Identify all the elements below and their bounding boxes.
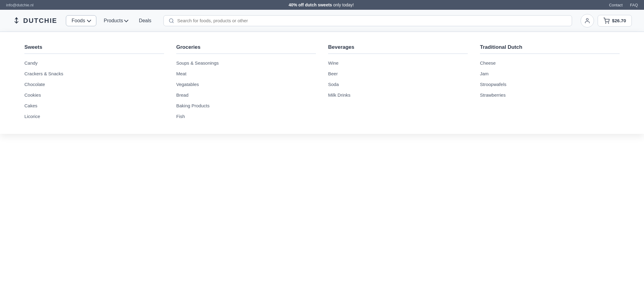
logo[interactable]: DUTCHIE [12, 16, 57, 25]
list-item[interactable]: Beer [328, 68, 468, 79]
search-icon [169, 18, 174, 23]
dropdown-col-groceries: Groceries Soups & Seasonings Meat Vegata… [176, 44, 316, 99]
promo-text: 40% off dutch sweets [289, 2, 332, 7]
groceries-list: Soups & Seasonings Meat Vegatables Bread… [176, 58, 316, 99]
dropdown-grid: Sweets Candy Crackers & Snacks Chocolate… [24, 44, 620, 99]
list-item[interactable]: Wine [328, 58, 468, 68]
groceries-heading: Groceries [176, 44, 316, 54]
list-item[interactable]: Meat [176, 68, 316, 79]
list-item[interactable]: Crackers & Snacks [24, 68, 164, 79]
list-item[interactable]: Soda [328, 79, 468, 90]
cart-button[interactable]: $26.70 [598, 15, 632, 27]
promo-banner: 40% off dutch sweets only today! [34, 2, 609, 7]
logo-icon [12, 16, 21, 25]
list-item[interactable]: Candy [24, 58, 164, 68]
traditional-list: Cheese Jam Stroopwafels Strawberries [480, 58, 620, 99]
sweets-heading: Sweets [24, 44, 164, 54]
user-icon [584, 18, 590, 24]
products-menu-button[interactable]: Products [100, 16, 131, 26]
header-actions: $26.70 [581, 14, 632, 27]
dropdown-col-traditional: Traditional Dutch Cheese Jam Stroopwafel… [480, 44, 620, 99]
sweets-list: Candy Crackers & Snacks Chocolate Cookie… [24, 58, 164, 99]
traditional-heading: Traditional Dutch [480, 44, 620, 54]
header: DUTCHIE Foods Products Deals $26.70 [0, 10, 644, 32]
beverages-list: Wine Beer Soda Milk Drinks [328, 58, 468, 99]
list-item[interactable]: Cookies [24, 90, 164, 99]
list-item[interactable]: Jam [480, 68, 620, 79]
cart-amount: $26.70 [612, 18, 626, 23]
list-item[interactable]: Soups & Seasonings [176, 58, 316, 68]
banner-links: Contact FAQ [609, 3, 638, 7]
account-button[interactable] [581, 14, 594, 27]
contact-link[interactable]: Contact [609, 3, 623, 7]
deals-label: Deals [139, 18, 151, 23]
logo-text: DUTCHIE [23, 17, 57, 25]
svg-line-2 [173, 22, 174, 23]
faq-link[interactable]: FAQ [630, 3, 638, 7]
list-item[interactable]: Vegatables [176, 79, 316, 90]
foods-label: Foods [72, 18, 85, 23]
list-item[interactable]: Cheese [480, 58, 620, 68]
dropdown-col-sweets: Sweets Candy Crackers & Snacks Chocolate… [24, 44, 164, 99]
list-item[interactable]: Strawberries [480, 90, 620, 99]
dropdown-col-beverages: Beverages Wine Beer Soda Milk Drinks [328, 44, 468, 99]
list-item[interactable]: Stroopwafels [480, 79, 620, 90]
products-label: Products [104, 18, 123, 23]
cart-icon [603, 18, 610, 24]
search-bar [163, 15, 572, 26]
list-item[interactable]: Bread [176, 90, 316, 99]
svg-point-3 [586, 18, 589, 20]
list-item[interactable]: Chocolate [24, 79, 164, 90]
top-banner: info@dutchie.nl 40% off dutch sweets onl… [0, 0, 644, 10]
list-item[interactable]: Milk Drinks [328, 90, 468, 99]
deals-nav-button[interactable]: Deals [135, 16, 155, 26]
foods-chevron-icon [87, 18, 91, 22]
svg-point-4 [606, 23, 606, 23]
svg-point-5 [608, 23, 609, 23]
search-input[interactable] [177, 18, 567, 23]
contact-email: info@dutchie.nl [6, 3, 34, 7]
products-chevron-icon [124, 18, 128, 22]
foods-dropdown: Sweets Candy Crackers & Snacks Chocolate… [0, 32, 644, 99]
promo-suffix: only today! [332, 2, 354, 7]
foods-menu-button[interactable]: Foods [66, 15, 96, 26]
beverages-heading: Beverages [328, 44, 468, 54]
